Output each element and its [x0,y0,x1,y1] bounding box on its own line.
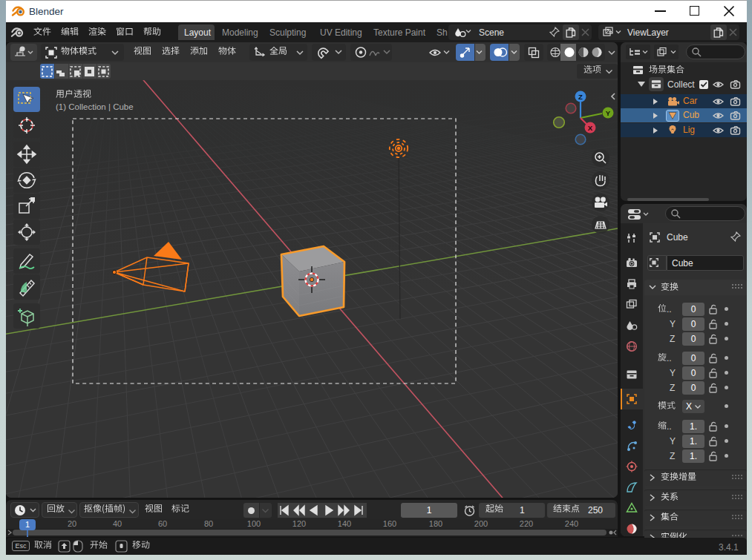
svg-text:Y: Y [606,109,611,117]
svg-text:X: X [588,124,593,132]
svg-text:Z: Z [578,93,583,101]
